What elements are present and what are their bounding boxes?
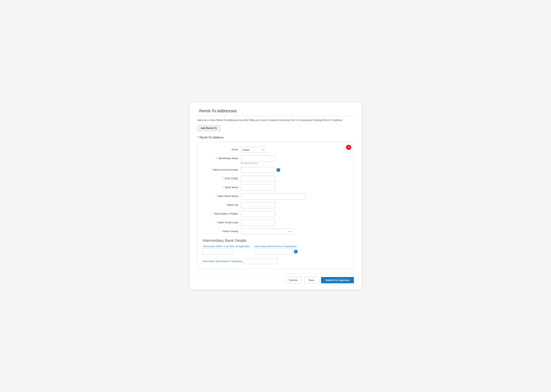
bank-street-name-row: * Bank Street Name <box>203 193 348 199</box>
bank-country-row: * Bank Country <box>203 229 348 235</box>
ifsc-code-label: * IFSC CODE <box>203 176 241 180</box>
beneficiary-name-input[interactable] <box>241 155 275 162</box>
intermediary-swift-input[interactable] <box>203 249 233 255</box>
page-title: · Remit-To Addresses <box>197 109 354 113</box>
bank-account-number-row: * Bank Account Number i <box>203 167 348 173</box>
remit-to-form-card: ✕ Active Active Inactive * Beneficiary N… <box>197 142 354 269</box>
bank-city-input[interactable] <box>241 202 275 208</box>
save-button[interactable]: Save <box>304 277 319 283</box>
intermediary-swift-iban-row: Intermediary SWIFT Code (BIC) (If Applic… <box>203 245 348 255</box>
bank-account-input-group: i <box>241 167 280 173</box>
active-row: Active Active Inactive <box>203 147 348 153</box>
intermediary-bank-name-field: Intermediary Bank Name (If Applicable) <box>203 257 348 264</box>
bank-country-select[interactable] <box>241 229 292 235</box>
decline-button[interactable]: Decline <box>285 277 302 283</box>
intermediary-bank-name-label: Intermediary Bank Name (If Applicable) <box>203 260 243 263</box>
close-button[interactable]: ✕ <box>346 145 351 150</box>
intermediary-iban-field: Intermediary IBAN Number (If Applicable)… <box>254 245 298 255</box>
close-icon: ✕ <box>348 146 350 149</box>
beneficiary-name-field-group: Beneficiary Name <box>241 155 275 164</box>
intermediary-bank-name-input[interactable] <box>243 258 278 264</box>
add-remit-button[interactable]: Add Remit-To <box>197 125 220 131</box>
intermediary-section: Intermediary Bank Details Intermediary S… <box>203 238 348 264</box>
intermediary-iban-label: Intermediary IBAN Number (If Applicable) <box>254 245 298 248</box>
bank-account-info-icon[interactable]: i <box>276 168 280 172</box>
intermediary-iban-input[interactable] <box>254 249 293 255</box>
active-label: Active <box>203 147 241 151</box>
bank-name-input[interactable] <box>241 185 275 191</box>
intermediary-swift-label: Intermediary SWIFT Code (BIC) (If Applic… <box>203 245 250 248</box>
bank-account-number-input[interactable] <box>241 167 275 173</box>
active-select-wrapper: Active Inactive <box>241 147 266 153</box>
beneficiary-name-row: * Beneficiary Name Beneficiary Name <box>203 155 348 164</box>
bank-state-row: * Bank State or Region <box>203 211 348 217</box>
bank-city-label: * Bank City <box>203 202 241 207</box>
bank-street-name-label: * Bank Street Name <box>203 193 241 198</box>
active-select[interactable]: Active Inactive <box>241 147 266 153</box>
intermediary-iban-input-group: i <box>254 249 298 255</box>
intermediary-section-title: Intermediary Bank Details <box>203 238 348 243</box>
bank-state-label: * Bank State or Region <box>203 211 241 216</box>
ifsc-code-input[interactable] <box>241 176 275 182</box>
bank-postal-code-label: * Bank Postal Code <box>203 220 241 224</box>
ifsc-code-row: * IFSC CODE <box>203 176 348 182</box>
beneficiary-name-label: * Beneficiary Name <box>203 155 241 160</box>
intermediary-iban-info-icon[interactable]: i <box>294 250 298 253</box>
bank-postal-code-row: * Bank Postal Code <box>203 220 348 226</box>
bank-account-number-label: * Bank Account Number <box>203 167 241 172</box>
bank-city-row: * Bank City <box>203 202 348 208</box>
bank-name-label: * Bank Name <box>203 185 241 189</box>
footer-bar: Decline Save Submit for Approval <box>197 273 354 283</box>
bank-state-input[interactable] <box>241 211 275 217</box>
section-title: * Remit-To Address <box>197 136 354 139</box>
bank-name-row: * Bank Name <box>203 185 348 191</box>
submit-for-approval-button[interactable]: Submit for Approval <box>321 277 354 283</box>
page-subtitle: Add one or more Remit-To Addresses by ei… <box>197 119 354 121</box>
title-dot: · <box>197 109 198 113</box>
beneficiary-name-hint: Beneficiary Name <box>241 162 275 164</box>
bank-postal-code-input[interactable] <box>241 220 275 226</box>
intermediary-swift-field: Intermediary SWIFT Code (BIC) (If Applic… <box>203 245 250 255</box>
section-req-star: * <box>197 136 198 139</box>
bank-street-name-input[interactable] <box>241 193 306 199</box>
bank-country-label: * Bank Country <box>203 229 241 233</box>
